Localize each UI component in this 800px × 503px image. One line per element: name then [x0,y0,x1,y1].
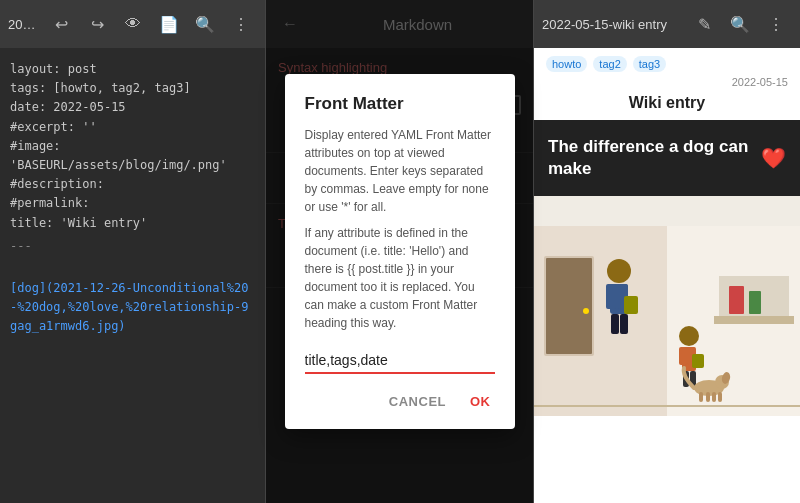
dialog-actions: CANCEL OK [305,390,495,413]
svg-rect-9 [611,314,619,334]
svg-point-17 [679,326,699,346]
redo-button[interactable]: ↪ [81,8,113,40]
svg-rect-3 [546,258,592,354]
svg-rect-27 [699,392,703,402]
more-button-left[interactable]: ⋮ [225,8,257,40]
svg-rect-19 [679,347,687,365]
preview-heading: Wiki entry [534,90,800,120]
code-line: date: 2022-05-15 [10,98,255,117]
tags-row: howto tag2 tag3 [534,48,800,74]
svg-rect-29 [712,392,716,402]
svg-rect-13 [714,316,794,324]
code-line: title: 'Wiki entry' [10,214,255,233]
svg-rect-10 [620,314,628,334]
preview-banner: The difference a dog can make ❤️ [534,120,800,196]
svg-rect-30 [718,392,722,402]
svg-rect-16 [749,291,761,314]
right-panel-title: 2022-05-15-wiki entry [542,17,684,32]
preview-date: 2022-05-15 [534,74,800,90]
code-line: layout: post [10,60,255,79]
svg-rect-15 [729,286,744,314]
preview-content: howto tag2 tag3 2022-05-15 Wiki entry Th… [534,48,800,503]
banner-text: The difference a dog can make [548,136,753,180]
dialog-body-p2: If any attribute is defined in the docum… [305,224,495,332]
middle-panel: ← Markdown Syntax highlighting ≡ Highlig… [266,0,534,503]
code-line: #excerpt: '' [10,118,255,137]
cancel-button[interactable]: CANCEL [385,390,450,413]
svg-rect-7 [606,284,616,309]
front-matter-dialog: Front Matter Display entered YAML Front … [285,74,515,429]
edit-button[interactable]: ✎ [688,8,720,40]
left-panel-title: 2022-05-15-... [8,17,41,32]
svg-rect-11 [624,296,638,314]
code-line: #permalink: [10,194,255,213]
banner-heart: ❤️ [761,146,786,170]
svg-point-5 [607,259,631,283]
right-toolbar: 2022-05-15-wiki entry ✎ 🔍 ⋮ [534,0,800,48]
tag-tag3[interactable]: tag3 [633,56,666,72]
right-panel: 2022-05-15-wiki entry ✎ 🔍 ⋮ howto tag2 t… [534,0,800,503]
code-line: #description: [10,175,255,194]
frontmatter-separator: --- [10,237,255,256]
code-line: #image: 'BASEURL/assets/blog/img/.png' [10,137,255,175]
svg-point-4 [583,308,589,314]
dialog-title: Front Matter [305,94,495,114]
editor-content[interactable]: layout: post tags: [howto, tag2, tag3] d… [0,48,265,503]
undo-button[interactable]: ↩ [45,8,77,40]
search-button-left[interactable]: 🔍 [189,8,221,40]
preview-button[interactable]: 👁 [117,8,149,40]
article-image [534,196,800,416]
file-button[interactable]: 📄 [153,8,185,40]
dialog-body-p1: Display entered YAML Front Matter attrib… [305,126,495,216]
dialog-body: Display entered YAML Front Matter attrib… [305,126,495,332]
left-toolbar: 2022-05-15-... ↩ ↪ 👁 📄 🔍 ⋮ [0,0,265,48]
dialog-overlay: Front Matter Display entered YAML Front … [266,0,533,503]
tag-tag2[interactable]: tag2 [593,56,626,72]
ok-button[interactable]: OK [466,390,495,413]
left-panel: 2022-05-15-... ↩ ↪ 👁 📄 🔍 ⋮ layout: post … [0,0,266,503]
dialog-input-wrapper [305,348,495,374]
search-button-right[interactable]: 🔍 [724,8,756,40]
more-button-right[interactable]: ⋮ [760,8,792,40]
svg-rect-23 [692,354,704,368]
image-link[interactable]: [dog](2021-12-26-Unconditional%20-%20dog… [10,279,255,337]
tag-howto[interactable]: howto [546,56,587,72]
svg-rect-28 [706,392,710,402]
front-matter-input[interactable] [305,348,495,372]
code-line: tags: [howto, tag2, tag3] [10,79,255,98]
